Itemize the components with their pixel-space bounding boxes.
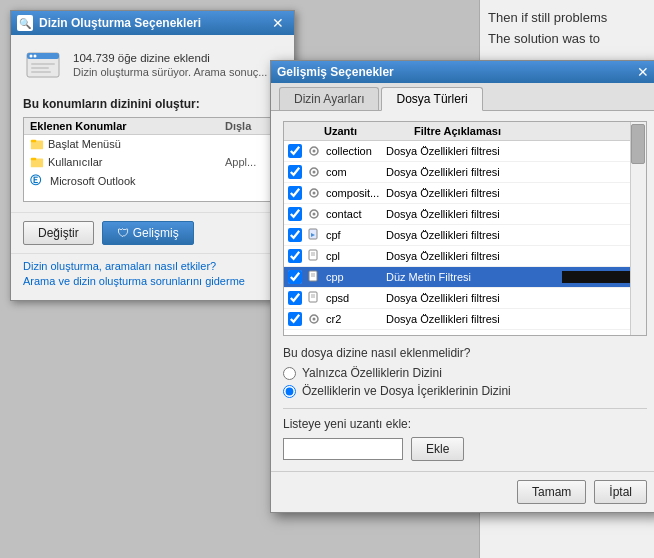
col-header-filter: Filtre Açıklaması bbox=[414, 125, 640, 137]
radio-properties-only-label: Yalnızca Özelliklerin Dizini bbox=[302, 366, 442, 380]
file-row-checkbox[interactable] bbox=[288, 270, 302, 284]
add-ext-row: Ekle bbox=[283, 437, 647, 461]
file-row-checkbox[interactable] bbox=[288, 291, 302, 305]
list-item: Başlat Menüsü bbox=[24, 135, 281, 153]
filter-description: Dosya Özellikleri filtresi bbox=[386, 166, 642, 178]
advanced-dialog-close[interactable]: ✕ bbox=[633, 65, 653, 79]
file-type-icon bbox=[306, 290, 322, 306]
table-row[interactable]: collectionDosya Özellikleri filtresi bbox=[284, 141, 646, 162]
advanced-button[interactable]: 🛡 Gelişmiş bbox=[102, 221, 194, 245]
locations-list: Eklenen Konumlar Dışla Başlat Menüsü Kul… bbox=[23, 117, 282, 202]
file-table-body[interactable]: collectionDosya Özellikleri filtresicomD… bbox=[284, 141, 646, 331]
table-row[interactable]: composit...Dosya Özellikleri filtresi bbox=[284, 183, 646, 204]
links-section: Dizin oluşturma, aramaları nasıl etkiler… bbox=[11, 253, 294, 300]
radio-option-properties-only[interactable]: Yalnızca Özelliklerin Dizini bbox=[283, 366, 647, 380]
file-ext-name: contact bbox=[326, 208, 386, 220]
svg-rect-6 bbox=[31, 71, 51, 73]
file-ext-name: cpsd bbox=[326, 292, 386, 304]
main-dialog: 🔍 Dizin Oluşturma Seçenekleri ✕ 104.739 … bbox=[10, 10, 295, 301]
file-row-checkbox[interactable] bbox=[288, 165, 302, 179]
radio-section-label: Bu dosya dizine nasıl eklenmelidir? bbox=[283, 346, 647, 360]
file-row-checkbox[interactable] bbox=[288, 186, 302, 200]
tab-file-types[interactable]: Dosya Türleri bbox=[381, 87, 482, 111]
locations-header-col1: Eklenen Konumlar bbox=[30, 120, 225, 132]
filter-description: Dosya Özellikleri filtresi bbox=[386, 208, 642, 220]
table-row[interactable]: crlDosya Özellikleri filtresi bbox=[284, 330, 646, 331]
svg-point-16 bbox=[313, 192, 316, 195]
svg-rect-4 bbox=[31, 63, 55, 65]
advanced-dialog-titlebar: Gelişmiş Seçenekler ✕ bbox=[271, 61, 654, 83]
svg-rect-8 bbox=[31, 140, 36, 143]
file-table-header: Uzantı Filtre Açıklaması bbox=[284, 122, 646, 141]
tab-bar: Dizin Ayarları Dosya Türleri bbox=[271, 83, 654, 111]
filter-description: Dosya Özellikleri filtresi bbox=[386, 313, 642, 325]
table-row[interactable]: cpfDosya Özellikleri filtresi bbox=[284, 225, 646, 246]
advanced-dialog-footer: Tamam İptal bbox=[271, 471, 654, 512]
file-ext-name: cr2 bbox=[326, 313, 386, 325]
main-dialog-titlebar: 🔍 Dizin Oluşturma Seçenekleri ✕ bbox=[11, 11, 294, 35]
radio-full-content-input[interactable] bbox=[283, 385, 296, 398]
file-type-icon bbox=[306, 269, 322, 285]
list-item: Ⓔ Microsoft Outlook bbox=[24, 171, 281, 190]
filter-description: Dosya Özellikleri filtresi bbox=[386, 145, 642, 157]
file-row-checkbox[interactable] bbox=[288, 207, 302, 221]
main-dialog-title: Dizin Oluşturma Seçenekleri bbox=[39, 16, 201, 30]
file-ext-name: cpp bbox=[326, 271, 386, 283]
tab-index-settings[interactable]: Dizin Ayarları bbox=[279, 87, 379, 110]
main-dialog-close[interactable]: ✕ bbox=[268, 16, 288, 30]
file-type-icon bbox=[306, 185, 322, 201]
scrollbar-thumb[interactable] bbox=[631, 124, 645, 164]
svg-point-2 bbox=[30, 55, 33, 58]
table-row[interactable]: comDosya Özellikleri filtresi bbox=[284, 162, 646, 183]
scrollbar[interactable] bbox=[630, 122, 646, 335]
link-troubleshoot[interactable]: Arama ve dizin oluşturma sorunlarını gid… bbox=[23, 275, 282, 287]
file-ext-name: cpf bbox=[326, 229, 386, 241]
advanced-dialog-title: Gelişmiş Seçenekler bbox=[277, 65, 394, 79]
file-type-icon bbox=[306, 164, 322, 180]
main-dialog-icon: 🔍 bbox=[17, 15, 33, 31]
table-row[interactable]: cr2Dosya Özellikleri filtresi bbox=[284, 309, 646, 330]
link-how-affects[interactable]: Dizin oluşturma, aramaları nasıl etkiler… bbox=[23, 260, 282, 272]
radio-option-full-content[interactable]: Özelliklerin ve Dosya İçeriklerinin Dizi… bbox=[283, 384, 647, 398]
filter-description: Düz Metin Filtresi bbox=[386, 271, 558, 283]
file-ext-name: collection bbox=[326, 145, 386, 157]
radio-full-content-label: Özelliklerin ve Dosya İçeriklerinin Dizi… bbox=[302, 384, 511, 398]
cancel-button[interactable]: İptal bbox=[594, 480, 647, 504]
svg-point-3 bbox=[34, 55, 37, 58]
add-extension-section: Listeye yeni uzantı ekle: Ekle bbox=[283, 408, 647, 461]
radio-properties-only-input[interactable] bbox=[283, 367, 296, 380]
add-ext-input[interactable] bbox=[283, 438, 403, 460]
file-ext-name: com bbox=[326, 166, 386, 178]
table-row[interactable]: cplDosya Özellikleri filtresi bbox=[284, 246, 646, 267]
file-row-checkbox[interactable] bbox=[288, 144, 302, 158]
bg-hint-line1: Then if still problems bbox=[488, 10, 607, 25]
main-dialog-footer: Değiştir 🛡 Gelişmiş bbox=[11, 212, 294, 253]
filter-description: Dosya Özellikleri filtresi bbox=[386, 292, 642, 304]
svg-rect-5 bbox=[31, 67, 49, 69]
file-row-checkbox[interactable] bbox=[288, 312, 302, 326]
file-row-checkbox[interactable] bbox=[288, 228, 302, 242]
table-row[interactable]: contactDosya Özellikleri filtresi bbox=[284, 204, 646, 225]
outlook-icon: Ⓔ bbox=[30, 173, 46, 188]
locations-section-label: Bu konumların dizinini oluştur: bbox=[23, 97, 282, 111]
progress-count: 104.739 öğe dizine eklendi bbox=[73, 52, 267, 64]
add-ext-button[interactable]: Ekle bbox=[411, 437, 464, 461]
file-type-icon bbox=[306, 227, 322, 243]
file-row-checkbox[interactable] bbox=[288, 249, 302, 263]
file-ext-name: cpl bbox=[326, 250, 386, 262]
file-type-icon bbox=[306, 311, 322, 327]
shield-icon: 🛡 bbox=[117, 226, 129, 240]
svg-point-12 bbox=[313, 150, 316, 153]
svg-point-31 bbox=[313, 318, 316, 321]
table-row[interactable]: cpsdDosya Özellikleri filtresi bbox=[284, 288, 646, 309]
advanced-dialog: Gelişmiş Seçenekler ✕ Dizin Ayarları Dos… bbox=[270, 60, 654, 513]
filter-description: Dosya Özellikleri filtresi bbox=[386, 229, 642, 241]
locations-header-col2: Dışla bbox=[225, 120, 275, 132]
progress-section: 104.739 öğe dizine eklendi Dizin oluştur… bbox=[23, 45, 282, 85]
ok-button[interactable]: Tamam bbox=[517, 480, 586, 504]
radio-section: Bu dosya dizine nasıl eklenmelidir? Yaln… bbox=[283, 346, 647, 398]
col-header-ext: Uzantı bbox=[324, 125, 414, 137]
bg-hint-line2: The solution was to bbox=[488, 31, 600, 46]
table-row[interactable]: cppDüz Metin Filtresi bbox=[284, 267, 646, 288]
change-button[interactable]: Değiştir bbox=[23, 221, 94, 245]
